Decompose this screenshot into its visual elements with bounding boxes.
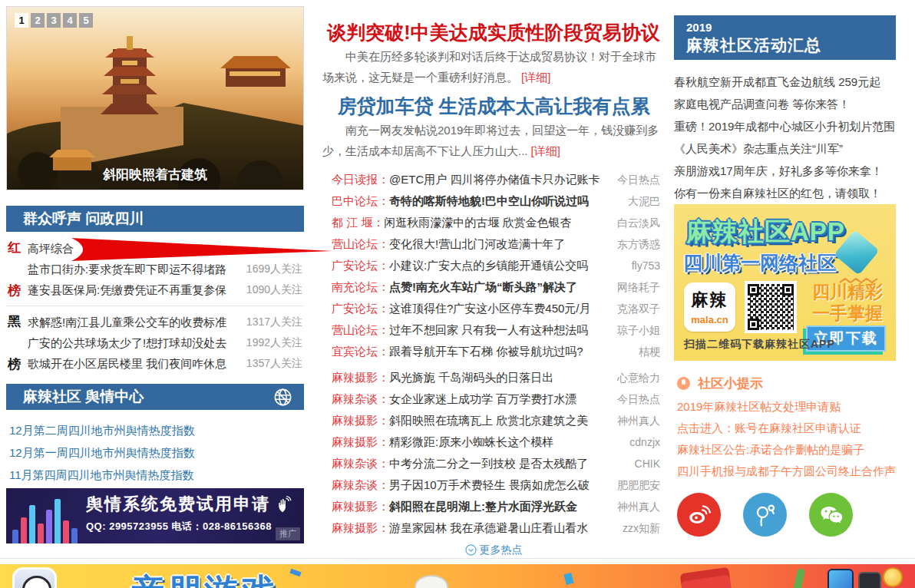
- social-icons: [677, 493, 853, 537]
- carousel-pager: 12345: [15, 13, 93, 28]
- follow-count: 1992人关注: [246, 332, 302, 353]
- board-link[interactable]: 宜宾论坛: [332, 345, 378, 358]
- author-name: CHIK: [635, 453, 660, 474]
- board-link[interactable]: 麻辣摄影: [332, 435, 378, 448]
- wechat-icon[interactable]: [809, 493, 853, 537]
- activity-link[interactable]: 重磅！2019年成都中心城区小升初划片范围出: [674, 115, 896, 137]
- more-hot-link[interactable]: 更多热点: [322, 543, 665, 557]
- voice-item-link[interactable]: 求解惑!南江县儿童乘公交车的收费标准: [28, 315, 226, 329]
- topic-link[interactable]: 风光旖旎 千岛湖码头的日落日出: [389, 371, 553, 384]
- activity-link[interactable]: 《人民美术》杂志重点关注“川军”: [674, 137, 896, 160]
- author-name: fly753: [632, 255, 660, 276]
- phone-graphic: [858, 572, 881, 588]
- headline-1[interactable]: 谈判突破!中美达成实质性阶段贸易协议: [322, 20, 665, 45]
- hot-topic-row: 东方诱惑 营山论坛：变化很大!营山北门河改造满十年了: [332, 233, 660, 255]
- yuqing-report-link[interactable]: 12月第一周四川地市州舆情热度指数: [9, 441, 304, 464]
- activity-link[interactable]: 春秋航空新开成都直飞金边航线 259元起: [674, 71, 896, 93]
- board-link[interactable]: 麻辣摄影: [332, 500, 378, 513]
- yuqing-report-link[interactable]: 12月第二周四川地市州舆情热度指数: [9, 419, 304, 441]
- topic-link[interactable]: 过年不想回家 只有我一人有这种想法吗: [389, 323, 588, 336]
- activity-link[interactable]: 你有一份来自麻辣社区的红包，请领取！: [674, 182, 896, 204]
- author-name: 琼子小姐: [617, 319, 660, 341]
- board-link[interactable]: 今日读报: [332, 173, 378, 186]
- board-link[interactable]: 广安论坛: [332, 302, 378, 315]
- author-name: 心意给力: [617, 367, 660, 388]
- voice-item-link[interactable]: 高坪综合: [28, 242, 74, 255]
- board-link[interactable]: 麻辣摄影: [332, 521, 378, 534]
- topic-link[interactable]: 斜阳映照在琉璃瓦上 欣赏北京建筑之美: [389, 414, 588, 427]
- detail-link[interactable]: [详细]: [531, 144, 560, 157]
- carousel-page-number[interactable]: 1: [15, 13, 28, 28]
- board-link[interactable]: 南充论坛: [332, 280, 378, 293]
- topic-link[interactable]: 斜阳照在昆明湖上:整片水面浮光跃金: [389, 500, 577, 513]
- carousel-page-number[interactable]: 5: [79, 13, 93, 28]
- voice-section-header: 群众呼声 问政四川: [6, 206, 304, 232]
- board-link[interactable]: 麻辣杂谈: [332, 392, 378, 405]
- voice-item-link[interactable]: 歌城开在小区居民楼里 我们夜间咋休息: [28, 357, 226, 370]
- footer-game-ad-banner[interactable]: 亲朋游戏: [0, 564, 915, 588]
- voice-item-link[interactable]: 广安的公共球场太少了!想打球却没处去: [28, 336, 226, 349]
- topic-link[interactable]: 女企业家迷上成功学 百万学费打水漂: [389, 392, 576, 405]
- activity-link[interactable]: 家庭电视产品调查问卷 等你来答！: [674, 93, 896, 115]
- author-name: 白云淡风: [617, 212, 660, 233]
- voice-item-link[interactable]: 盐市口街办:要求货车即下即运不得堵路: [28, 263, 226, 276]
- hand-click-icon: [275, 495, 293, 514]
- detail-link[interactable]: [详细]: [521, 71, 550, 84]
- carousel-photo: [7, 7, 304, 190]
- yuqing-ad-banner[interactable]: 舆情系统免费试用申请 QQ: 2995723955 电话：028-8615636…: [6, 488, 304, 543]
- app-download-banner[interactable]: 麻辣社区APP 四川第一网络社区 麻辣 mala.cn 四川精彩 一手掌握 立即…: [674, 204, 896, 361]
- hot-topic-row: 大泥巴 巴中论坛：奇特的喀斯特地貌!巴中空山你听说过吗: [332, 190, 660, 212]
- carousel-page-number[interactable]: 4: [63, 13, 77, 28]
- game-logo: [12, 567, 57, 588]
- board-link[interactable]: 巴中论坛: [332, 194, 378, 207]
- topic-link[interactable]: 小建议:广安大点的乡镇能开通镇公交吗: [389, 259, 588, 272]
- headline-2[interactable]: 房贷加车贷 生活成本太高让我有点累: [322, 94, 665, 119]
- activity-link[interactable]: 亲朋游戏17周年庆，好礼多多等你来拿！: [674, 160, 896, 182]
- voice-item-link[interactable]: 蓬安县医保局:凭缴费凭证不再重复参保: [28, 283, 226, 296]
- news-carousel[interactable]: 12345 斜阳映照着古建筑: [6, 6, 304, 190]
- board-link[interactable]: 麻辣摄影: [332, 371, 378, 384]
- board-link[interactable]: 广安论坛: [332, 259, 378, 272]
- topic-link[interactable]: 点赞!南充火车站广场“断头路”解决了: [389, 280, 577, 293]
- qr-code[interactable]: [745, 281, 797, 333]
- author-name: cdnzjx: [629, 431, 660, 453]
- board-link[interactable]: 营山论坛: [332, 323, 378, 336]
- bamboo-graphic: [793, 568, 805, 588]
- hot-topic-row: cdnzjx 麻辣摄影：精彩微距:原来小蜘蛛长这个模样: [332, 431, 660, 453]
- board-link[interactable]: 都 江 堰: [332, 216, 372, 229]
- headline-2-summary: 南充一网友发帖说2019年即将过去，回望这一年，钱没赚到多少，生活成本却居高不下…: [322, 120, 665, 161]
- carousel-page-number[interactable]: 2: [31, 13, 45, 28]
- topic-link[interactable]: 奇特的喀斯特地貌!巴中空山你听说过吗: [389, 194, 589, 207]
- weibo-icon[interactable]: [677, 493, 721, 537]
- app-banner-footer-text: 扫描二维码下载麻辣社区APP: [684, 338, 835, 352]
- topic-link[interactable]: 跟着导航开车下石梯 你被导航坑过吗?: [389, 345, 583, 358]
- board-link[interactable]: 麻辣杂谈: [332, 478, 378, 491]
- voice-list-item: 1699人关注 盐市口街办:要求货车即下即运不得堵路: [28, 259, 304, 279]
- topic-link[interactable]: 闲逛秋雨濛濛中的古堰 欣赏金色银杏: [384, 216, 571, 229]
- tip-link[interactable]: 麻辣社区公告:承诺合作删帖的是骗子: [677, 439, 897, 461]
- app-slogan: 四川精彩 一手掌握: [804, 281, 890, 324]
- topic-link[interactable]: 变化很大!营山北门河改造满十年了: [389, 237, 565, 250]
- voice-list-item: 高坪综合: [28, 238, 304, 259]
- topic-link[interactable]: 精彩微距:原来小蜘蛛长这个模样: [389, 435, 553, 448]
- topic-link[interactable]: 这谁顶得住?广安这小区停车费450元/月: [389, 302, 591, 315]
- app-banner-title: 麻辣社区APP: [686, 215, 845, 249]
- topic-link[interactable]: 中考分流二分之一到技校 是否太残酷了: [389, 457, 588, 470]
- voice-list-item: 1357人关注 歌城开在小区居民楼里 我们夜间咋休息: [28, 353, 304, 374]
- penguin-icon[interactable]: [743, 493, 787, 537]
- tip-link[interactable]: 四川手机报与成都子午方圆公司终止合作声明: [677, 461, 897, 482]
- topic-link[interactable]: 男子因10万手术费轻生 畏病如虎怎么破: [389, 478, 590, 491]
- yuqing-report-link[interactable]: 11月第四周四川地市州舆情热度指数: [9, 464, 304, 486]
- carousel-page-number[interactable]: 3: [47, 13, 61, 28]
- topic-link[interactable]: 游皇家园林 我在承德避暑山庄看山看水: [389, 521, 588, 534]
- activities-title: 麻辣社区活动汇总: [686, 35, 884, 56]
- board-link[interactable]: 营山论坛: [332, 237, 378, 250]
- topic-link[interactable]: @ETC用户 四川将停办储值卡只办记账卡: [389, 173, 600, 186]
- chevron-down-circle-icon: [465, 544, 477, 556]
- board-link[interactable]: 麻辣杂谈: [332, 457, 378, 470]
- tip-link[interactable]: 点击进入：账号在麻辣社区申请认证: [677, 418, 897, 439]
- author-name: 肥肥肥安: [617, 474, 660, 496]
- author-name: 神州真人: [617, 496, 660, 517]
- tip-link[interactable]: 2019年麻辣社区帖文处理申请贴: [677, 396, 897, 418]
- board-link[interactable]: 麻辣摄影: [332, 414, 378, 427]
